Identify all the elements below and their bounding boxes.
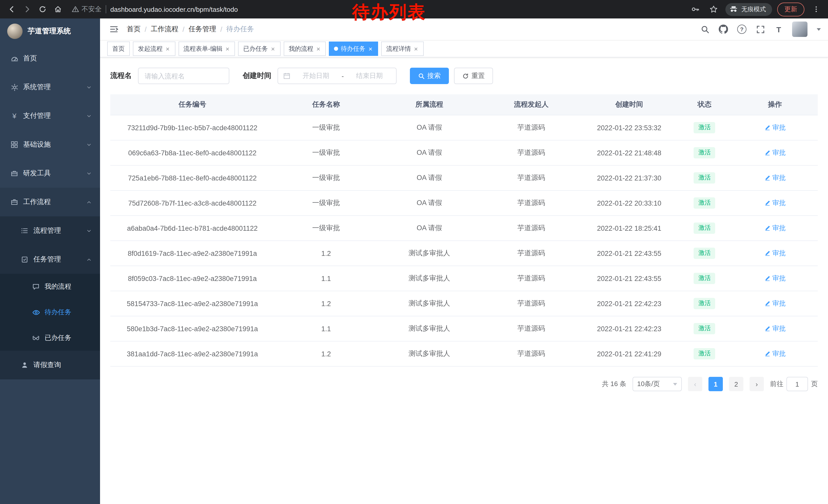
goto-page-input[interactable]	[786, 377, 808, 391]
chevron-down-icon	[673, 383, 677, 385]
tab-process-form-edit[interactable]: 流程表单-编辑 ×	[178, 42, 235, 56]
font-size-icon[interactable]: T	[774, 24, 784, 34]
sidebar-item-done-tasks[interactable]: 已办任务	[0, 325, 100, 351]
prev-page-button[interactable]: ‹	[688, 377, 702, 391]
process-cell: 测试多审批人	[378, 274, 481, 283]
edit-icon	[764, 326, 770, 332]
approve-link[interactable]: 审批	[764, 148, 786, 157]
create-time-cell: 2022-01-22 18:25:41	[581, 224, 677, 232]
browser-back-icon[interactable]	[5, 3, 18, 16]
avatar-caret-icon[interactable]	[817, 28, 821, 31]
url-text[interactable]: dashboard.yudao.iocoder.cn/bpm/task/todo	[110, 5, 238, 13]
search-button[interactable]: 搜索	[410, 68, 449, 84]
address-divider	[106, 5, 106, 13]
page-button-1[interactable]: 1	[708, 377, 723, 391]
initiator-cell: 芋道源码	[481, 148, 581, 157]
sidebar-item-leave-query[interactable]: 请假查询	[0, 351, 100, 379]
tab-home[interactable]: 首页	[107, 42, 130, 56]
close-icon[interactable]: ×	[225, 45, 230, 52]
approve-link[interactable]: 审批	[764, 249, 786, 258]
not-secure-indicator[interactable]: 不安全	[72, 5, 101, 14]
close-icon[interactable]: ×	[316, 45, 321, 52]
approve-link[interactable]: 审批	[764, 123, 786, 132]
tab-done-tasks[interactable]: 已办任务 ×	[238, 42, 280, 56]
process-cell: 测试多审批人	[378, 299, 481, 308]
user-avatar[interactable]	[792, 21, 808, 37]
create-time-cell: 2022-01-21 22:42:23	[581, 325, 677, 332]
approve-link[interactable]: 审批	[764, 173, 786, 183]
tab-process-detail[interactable]: 流程详情 ×	[381, 42, 423, 56]
breadcrumb-workflow[interactable]: 工作流程	[151, 25, 178, 34]
sidebar-item-devtools[interactable]: 研发工具	[0, 159, 100, 188]
start-date-placeholder: 开始日期	[294, 71, 338, 81]
close-icon[interactable]: ×	[271, 45, 275, 52]
sidebar-toggle-icon[interactable]	[107, 22, 121, 36]
close-icon[interactable]: ×	[413, 45, 418, 52]
tab-todo-tasks[interactable]: 待办任务 ×	[329, 42, 378, 56]
action-cell: 审批	[732, 173, 818, 183]
help-icon[interactable]: ?	[737, 24, 747, 34]
sidebar-item-process-management[interactable]: 流程管理	[0, 216, 100, 245]
sidebar-item-system[interactable]: 系统管理	[0, 73, 100, 101]
app-logo-row[interactable]: 芋道管理系统	[0, 18, 100, 44]
task-id-cell: 75d72608-7b7f-11ec-a3c8-acde48001122	[110, 199, 275, 207]
close-icon[interactable]: ×	[368, 45, 373, 52]
browser-home-icon[interactable]	[51, 3, 65, 16]
column-initiator: 流程发起人	[481, 100, 581, 109]
bookmark-star-icon[interactable]	[707, 3, 720, 16]
page-unit-label: 页	[811, 379, 818, 388]
breadcrumb-home[interactable]: 首页	[127, 25, 140, 34]
sidebar-item-payment[interactable]: ¥ 支付管理	[0, 101, 100, 130]
password-key-icon[interactable]	[689, 3, 702, 16]
sidebar-item-home[interactable]: 首页	[0, 44, 100, 73]
table-row: 381aa1dd-7ac8-11ec-a9e2-a2380e71991a 1.2…	[110, 341, 818, 367]
approve-link[interactable]: 审批	[764, 198, 786, 208]
sidebar-item-task-management[interactable]: 任务管理	[0, 245, 100, 274]
table-row: 580e1b3d-7ac8-11ec-a9e2-a2380e71991a 1.1…	[110, 316, 818, 341]
status-badge: 激活	[694, 323, 715, 334]
page-size-select[interactable]: 10条/页	[632, 377, 682, 391]
user-icon	[20, 361, 29, 369]
sidebar-item-infrastructure[interactable]: 基础设施	[0, 130, 100, 159]
page-button-2[interactable]: 2	[729, 377, 743, 391]
approve-link[interactable]: 审批	[764, 274, 786, 283]
github-icon[interactable]	[718, 24, 729, 34]
column-task-name: 任务名称	[275, 100, 378, 109]
table-row: 58154733-7ac8-11ec-a9e2-a2380e71991a 1.2…	[110, 291, 818, 316]
sidebar-item-workflow[interactable]: 工作流程	[0, 188, 100, 216]
edit-icon	[764, 175, 770, 181]
create-time-cell: 2022-01-21 22:41:29	[581, 350, 677, 358]
action-cell: 审批	[732, 123, 818, 132]
fullscreen-icon[interactable]	[755, 24, 765, 34]
search-icon[interactable]	[700, 24, 710, 34]
browser-reload-icon[interactable]	[36, 3, 49, 16]
task-name-cell: 一级审批	[275, 123, 378, 132]
sidebar-item-todo-tasks[interactable]: 待办任务	[0, 300, 100, 325]
approve-link[interactable]: 审批	[764, 299, 786, 308]
approve-link[interactable]: 审批	[764, 224, 786, 233]
next-page-button[interactable]: ›	[749, 377, 764, 391]
close-icon[interactable]: ×	[165, 45, 170, 52]
tab-start-process[interactable]: 发起流程 ×	[133, 42, 175, 56]
update-button[interactable]: 更新	[777, 2, 804, 16]
process-name-label: 流程名	[110, 71, 132, 81]
column-status: 状态	[677, 100, 732, 109]
edit-icon	[764, 200, 770, 206]
create-time-cell: 2022-01-21 22:42:23	[581, 300, 677, 307]
browser-menu-icon[interactable]	[810, 3, 823, 16]
tab-my-process[interactable]: 我的流程 ×	[284, 42, 326, 56]
reset-button[interactable]: 重置	[454, 68, 493, 84]
breadcrumb-task-management[interactable]: 任务管理	[189, 25, 216, 34]
approve-link[interactable]: 审批	[764, 349, 786, 358]
task-id-cell: 381aa1dd-7ac8-11ec-a9e2-a2380e71991a	[110, 350, 275, 358]
browser-forward-icon[interactable]	[20, 3, 34, 16]
process-name-input[interactable]	[138, 68, 229, 84]
approve-link[interactable]: 审批	[764, 324, 786, 333]
date-range-picker[interactable]: 开始日期 - 结束日期	[278, 68, 397, 84]
create-time-cell: 2022-01-21 22:43:55	[581, 275, 677, 282]
task-id-cell: a6aba0a4-7b6d-11ec-b781-acde48001122	[110, 224, 275, 232]
chevron-up-icon	[86, 257, 92, 262]
sidebar-item-my-process[interactable]: 我的流程	[0, 274, 100, 300]
address-bar[interactable]: 不安全 dashboard.yudao.iocoder.cn/bpm/task/…	[67, 2, 687, 16]
refresh-icon	[462, 73, 469, 79]
